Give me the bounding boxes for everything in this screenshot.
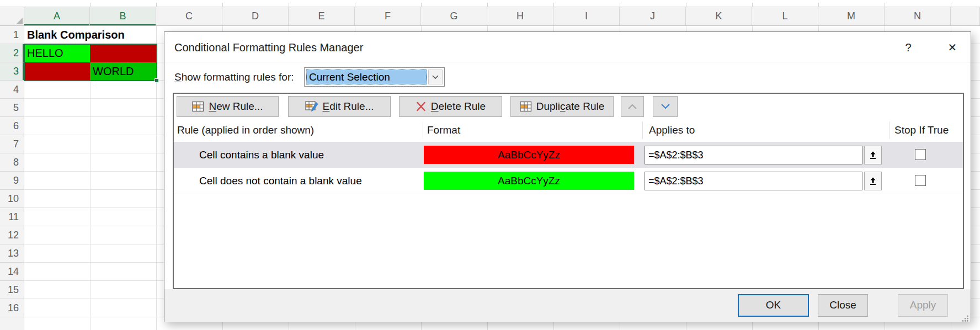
column-header-M[interactable]: M (818, 7, 885, 25)
row-header-9[interactable]: 9 (0, 172, 24, 190)
delete-rule-button[interactable]: Delete Rule (399, 96, 502, 117)
move-rule-up-button[interactable] (621, 96, 644, 117)
rule-description: Cell does not contain a blank value (199, 168, 362, 194)
column-header-N[interactable]: N (885, 7, 951, 25)
column-header-I[interactable]: I (553, 7, 620, 25)
applies-to-input[interactable] (645, 146, 862, 164)
header-divider (423, 121, 423, 139)
arrow-up-from-bar-icon (869, 151, 877, 160)
rule-row[interactable]: Cell does not contain a blank value AaBb… (174, 168, 963, 194)
row-header-10[interactable]: 10 (0, 190, 24, 208)
column-header-K[interactable]: K (686, 7, 752, 25)
column-header-C[interactable]: C (156, 7, 222, 25)
chevron-down-icon (432, 74, 439, 79)
chevron-down-icon (660, 103, 671, 110)
selection-range-border (24, 44, 157, 81)
dialog-title: Conditional Formatting Rules Manager (174, 39, 363, 56)
red-x-icon (416, 101, 427, 112)
scope-dropdown-button[interactable] (428, 70, 443, 84)
column-header-A[interactable]: A (24, 7, 90, 25)
list-header-applies-to: Applies to (649, 120, 695, 140)
column-header-H[interactable]: H (487, 7, 553, 25)
row-header-12[interactable]: 12 (0, 226, 24, 244)
column-header-B[interactable]: B (90, 7, 156, 25)
edit-rule-button[interactable]: Edit Rule... (288, 96, 391, 117)
column-header-D[interactable]: D (222, 7, 289, 25)
list-header-stop-if-true: Stop If True (894, 120, 949, 140)
applies-to-input[interactable] (645, 172, 862, 190)
column-header-partial[interactable] (951, 7, 980, 25)
table-grid-icon (520, 101, 532, 112)
range-selector-button[interactable] (864, 172, 882, 190)
row-header-8[interactable]: 8 (0, 153, 24, 172)
resize-grip-icon (961, 315, 969, 322)
header-divider (889, 121, 890, 139)
row-header-16[interactable]: 16 (0, 299, 24, 317)
column-boundary-ticks (24, 3, 980, 7)
column-header-L[interactable]: L (752, 7, 818, 25)
title-separator (164, 62, 971, 62)
column-header-E[interactable]: E (289, 7, 355, 25)
rule-row-selected[interactable]: Cell contains a blank value AaBbCcYyZz (174, 142, 963, 168)
table-grid-pencil-icon (305, 100, 318, 113)
show-rules-label: Show formatting rules for: (174, 67, 294, 87)
scope-dropdown[interactable]: Current Selection (304, 67, 445, 87)
column-header-band: ABCDEFGHIJKLMN (24, 7, 980, 26)
row-header-5[interactable]: 5 (0, 99, 24, 117)
new-rule-button[interactable]: New Rule... (177, 96, 279, 117)
column-header-G[interactable]: G (421, 7, 487, 25)
column-header-F[interactable]: F (355, 7, 421, 25)
chevron-up-icon (627, 103, 638, 110)
row-header-2[interactable]: 2 (0, 44, 24, 62)
duplicate-rule-button[interactable]: Duplicate Rule (510, 96, 614, 117)
column-header-J[interactable]: J (620, 7, 686, 25)
select-all-corner[interactable] (0, 7, 24, 26)
row-header-4[interactable]: 4 (0, 81, 24, 99)
row-header-3[interactable]: 3 (0, 62, 24, 81)
row-header-6[interactable]: 6 (0, 117, 24, 135)
row-header-15[interactable]: 15 (0, 281, 24, 299)
move-rule-down-button[interactable] (653, 96, 678, 117)
format-preview: AaBbCcYyZz (424, 172, 634, 190)
format-preview: AaBbCcYyZz (424, 146, 634, 164)
list-header-rule: Rule (applied in order shown) (177, 120, 314, 140)
stop-if-true-checkbox[interactable] (915, 149, 926, 160)
rule-description: Cell contains a blank value (199, 142, 324, 168)
cf-rules-manager-dialog: Conditional Formatting Rules Manager ? ✕… (164, 31, 971, 322)
dialog-footer: OK Close Apply (164, 289, 971, 322)
list-header-format: Format (427, 120, 460, 140)
fill-handle[interactable] (155, 78, 159, 83)
table-grid-icon (192, 101, 204, 112)
apply-button[interactable]: Apply (898, 294, 948, 317)
row-header-13[interactable]: 13 (0, 244, 24, 263)
select-all-triangle-icon (16, 18, 23, 24)
row-header-11[interactable]: 11 (0, 208, 24, 226)
row-header-14[interactable]: 14 (0, 263, 24, 281)
ok-button[interactable]: OK (738, 294, 809, 317)
resize-grip[interactable] (961, 313, 969, 321)
row-header-1[interactable]: 1 (0, 26, 24, 44)
range-selector-button[interactable] (864, 146, 882, 164)
scope-dropdown-value[interactable]: Current Selection (306, 70, 427, 84)
row-header-band: 12345678910111213141516 (0, 26, 24, 330)
row-header-7[interactable]: 7 (0, 135, 24, 153)
close-icon[interactable]: ✕ (942, 39, 962, 56)
header-divider (642, 121, 643, 139)
stop-if-true-checkbox[interactable] (915, 175, 926, 186)
close-button[interactable]: Close (818, 294, 868, 317)
arrow-up-from-bar-icon (869, 177, 877, 186)
help-button[interactable]: ? (898, 39, 918, 56)
formula-bar-bottom-strip (0, 0, 980, 7)
